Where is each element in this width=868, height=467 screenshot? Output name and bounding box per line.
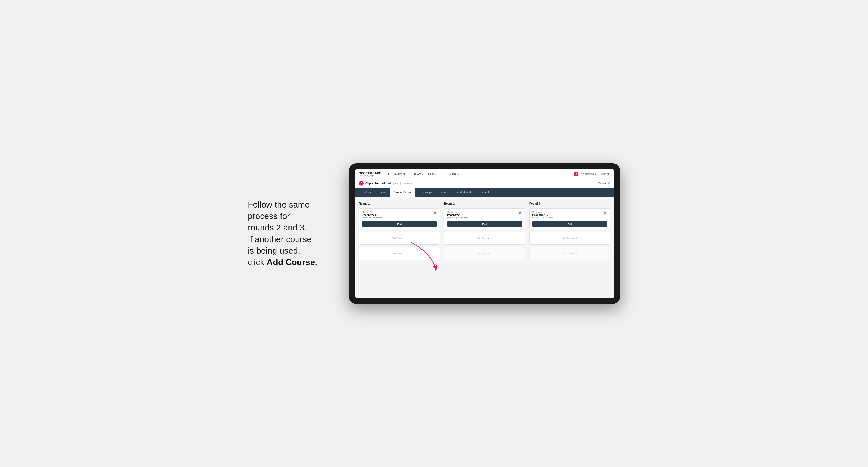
round-2-edit-button[interactable]: Edit — [447, 221, 522, 227]
scoreboard-brand: SCOREBOARD — [359, 172, 381, 175]
round-2-title: Round 2 — [444, 202, 525, 205]
round-2-add-course-1[interactable]: Add Course + — [444, 232, 525, 245]
round-2-add-course-2[interactable]: Add Course + — [444, 247, 525, 260]
add-course-label-2: Add Course — [392, 252, 404, 255]
nav-rankings[interactable]: RANKINGS — [450, 172, 463, 177]
plus-icon-r2-1: + — [491, 237, 492, 240]
nav-separator: | — [599, 173, 599, 175]
round-1-add-course-1[interactable]: Add Course + — [359, 232, 440, 245]
plus-icon-r2-2: + — [491, 252, 492, 255]
plus-icon-2: + — [406, 252, 407, 255]
plus-icon-r3-1: + — [576, 237, 578, 240]
instruction-line6: click — [248, 257, 267, 267]
course-card-header: (Course A) Peachtree GC Yellow (M) (6629… — [362, 211, 437, 221]
round-3-title: Round 3 — [529, 202, 610, 205]
instruction-line1: Follow the same — [248, 200, 310, 210]
instruction-text: Follow the same process for rounds 2 and… — [248, 199, 333, 268]
round-3-add-course-1[interactable]: Add Course + — [529, 232, 610, 245]
user-avatar: B — [574, 172, 579, 177]
round-3-add-course-2[interactable]: Add Course + — [529, 247, 610, 260]
round-2-course-label: (Course A) — [447, 211, 468, 213]
add-course-r2-label-2: Add Course — [477, 252, 490, 255]
c-logo-icon: C — [359, 181, 364, 186]
round-3-delete-button[interactable]: 🗑 — [603, 211, 607, 215]
course-info: (Course A) Peachtree GC Yellow (M) (6629… — [362, 211, 382, 221]
top-nav-links: TOURNAMENTS TEAMS COMMITTEE RANKINGS — [388, 172, 574, 177]
round-2-course-details: Yellow (M) (6629 yds) — [447, 217, 468, 219]
nav-tournaments[interactable]: TOURNAMENTS — [388, 172, 408, 177]
plus-icon-r3-2: + — [576, 252, 578, 255]
round-1-course-name: Peachtree GC — [362, 214, 382, 217]
user-email: blair@clippd.io — [581, 173, 596, 175]
plus-icon-1: + — [406, 237, 407, 240]
nav-committee[interactable]: COMMITTEE — [428, 172, 444, 177]
add-course-r2-label-1: Add Course — [477, 237, 490, 240]
add-course-r3-label-2: Add Course — [562, 252, 575, 255]
cancel-label: Cancel — [598, 182, 607, 185]
tab-bar: Details Teams Course Setup Tee Groups Re… — [355, 188, 614, 197]
nav-teams[interactable]: TEAMS — [414, 172, 423, 177]
round-1-edit-button[interactable]: Edit — [362, 221, 437, 227]
tab-printables[interactable]: Printables — [476, 188, 495, 197]
round-2-course-card: (Course A) Peachtree GC Yellow (M) (6629… — [444, 208, 525, 229]
main-content: Round 1 (Course A) Peachtree GC Yellow (… — [355, 197, 614, 298]
round-3-edit-button[interactable]: Edit — [532, 221, 607, 227]
add-course-label: Add Course — [392, 237, 404, 240]
instruction-bold: Add Course. — [267, 257, 317, 267]
round-3-course-details: Yellow (M) (6629 yds) — [532, 217, 553, 219]
round-2-course-name: Peachtree GC — [447, 214, 468, 217]
round-2-delete-button[interactable]: 🗑 — [518, 211, 522, 215]
cancel-button[interactable]: Cancel ✕ — [598, 182, 610, 185]
round-3-course-card: (Course A) Peachtree GC Yellow (M) (6629… — [529, 208, 610, 229]
tab-leaderboards[interactable]: Leaderboards — [452, 188, 476, 197]
cancel-icon: ✕ — [608, 182, 610, 185]
round-1-course-card: (Course A) Peachtree GC Yellow (M) (6629… — [359, 208, 440, 229]
instruction-line5: is being used, — [248, 246, 300, 255]
round-1-column: Round 1 (Course A) Peachtree GC Yellow (… — [359, 202, 440, 260]
instruction-line3: rounds 2 and 3. — [248, 223, 307, 232]
round-1-course-details: Yellow (M) (6629 yds) — [362, 217, 382, 219]
rounds-grid: Round 1 (Course A) Peachtree GC Yellow (… — [359, 202, 610, 260]
tournament-badge: Men — [393, 182, 401, 185]
page-wrapper: Follow the same process for rounds 2 and… — [248, 163, 620, 304]
round-3-course-name: Peachtree GC — [532, 214, 553, 217]
tab-details[interactable]: Details — [359, 188, 375, 197]
add-course-r3-label-1: Add Course — [562, 237, 575, 240]
instruction-line4: If another course — [248, 235, 312, 244]
sub-nav: C Clippd Invitational Men Hosting Cancel… — [355, 179, 614, 188]
top-nav: SCOREBOARD Powered by clippd TOURNAMENTS… — [355, 169, 614, 179]
course-card-header-2: (Course A) Peachtree GC Yellow (M) (6629… — [447, 211, 522, 221]
round-3-column: Round 3 (Course A) Peachtree GC Yellow (… — [529, 202, 610, 260]
tab-course-setup[interactable]: Course Setup — [390, 188, 414, 197]
round-2-column: Round 2 (Course A) Peachtree GC Yellow (… — [444, 202, 525, 260]
top-nav-right: B blair@clippd.io | Sign out — [574, 172, 610, 177]
hosting-badge: Hosting — [404, 182, 412, 185]
tablet-frame: SCOREBOARD Powered by clippd TOURNAMENTS… — [349, 163, 620, 304]
instruction-line2: process for — [248, 211, 290, 221]
tab-teams[interactable]: Teams — [375, 188, 390, 197]
round-1-delete-button[interactable]: 🗑 — [433, 211, 437, 215]
course-card-header-3: (Course A) Peachtree GC Yellow (M) (6629… — [532, 211, 607, 221]
course-info-3: (Course A) Peachtree GC Yellow (M) (6629… — [532, 211, 553, 221]
tablet-screen: SCOREBOARD Powered by clippd TOURNAMENTS… — [355, 169, 614, 298]
round-1-add-course-2[interactable]: Add Course + — [359, 247, 440, 260]
round-3-course-label: (Course A) — [532, 211, 553, 213]
sign-out-link[interactable]: Sign out — [601, 173, 610, 175]
tab-results[interactable]: Results — [436, 188, 452, 197]
course-info-2: (Course A) Peachtree GC Yellow (M) (6629… — [447, 211, 468, 221]
brand-logo: SCOREBOARD Powered by clippd — [359, 172, 381, 177]
powered-by: Powered by clippd — [359, 175, 381, 177]
round-1-title: Round 1 — [359, 202, 440, 205]
sub-nav-logo: C Clippd Invitational Men Hosting — [359, 181, 412, 186]
tab-tee-groups[interactable]: Tee Groups — [414, 188, 436, 197]
tournament-name: Clippd Invitational — [365, 182, 391, 185]
round-1-course-label: (Course A) — [362, 211, 382, 213]
